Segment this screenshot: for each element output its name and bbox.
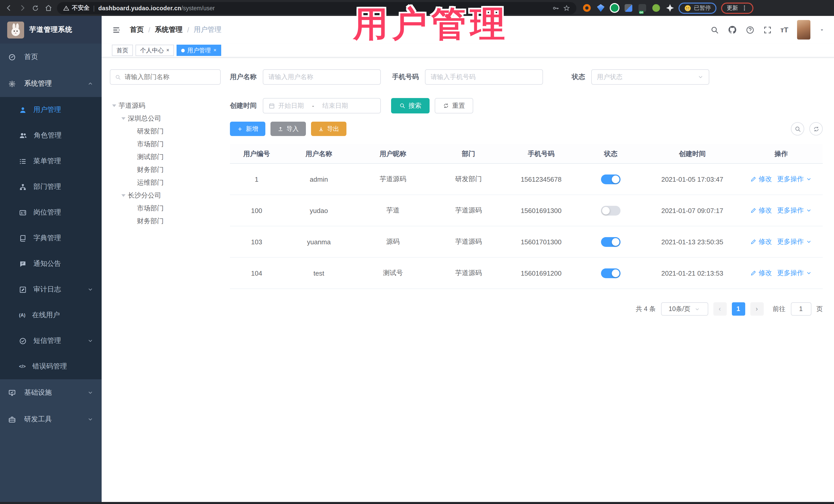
tag-home[interactable]: 首页	[112, 45, 133, 56]
tree-node[interactable]: 运维部门	[110, 176, 221, 189]
search-icon[interactable]	[710, 25, 719, 34]
tree-node[interactable]: 市场部门	[110, 137, 221, 150]
edit-action[interactable]: 修改	[750, 206, 772, 215]
more-label: 更多操作	[777, 237, 804, 246]
add-button[interactable]: 新增	[230, 122, 265, 136]
forward-icon[interactable]	[19, 4, 26, 12]
prev-page-button[interactable]: ‹	[713, 302, 726, 316]
reload-icon[interactable]	[32, 4, 39, 12]
sidebar-item-system[interactable]: 系统管理	[0, 70, 102, 97]
more-actions[interactable]: 更多操作	[777, 268, 812, 278]
close-icon[interactable]: ×	[166, 48, 169, 53]
dept-search-input[interactable]	[125, 73, 216, 81]
sidebar-item-dict-mgmt[interactable]: 字典管理	[0, 225, 102, 251]
url-text[interactable]: dashboard.yudao.iocoder.cn/system/user	[98, 5, 215, 11]
profile-chip[interactable]: 已暂停	[679, 2, 717, 14]
sidebar-item-sms-mgmt[interactable]: 短信管理	[0, 328, 102, 354]
sidebar-item-online-users[interactable]: (A) 在线用户	[0, 302, 102, 328]
more-actions[interactable]: 更多操作	[777, 175, 812, 184]
tree-expand-icon[interactable]	[122, 117, 126, 119]
sidebar-item-role-mgmt[interactable]: 角色管理	[0, 123, 102, 148]
breadcrumb-system[interactable]: 系统管理	[155, 25, 183, 35]
back-icon[interactable]	[5, 4, 13, 12]
logo-area[interactable]: 芋道管理系统	[0, 16, 102, 44]
sidebar-item-infrastructure[interactable]: 基础设施	[0, 379, 102, 406]
sidebar-item-home[interactable]: 首页	[0, 44, 102, 70]
user-avatar[interactable]	[797, 20, 810, 40]
page-1-button[interactable]: 1	[731, 302, 745, 316]
cell-created: 2021-01-05 17:03:47	[645, 175, 740, 183]
home-icon[interactable]	[45, 4, 52, 12]
sidebar-item-menu-mgmt[interactable]: 菜单管理	[0, 148, 102, 174]
tree-expand-icon[interactable]	[122, 194, 126, 197]
mobile-input[interactable]	[431, 73, 537, 81]
edit-action[interactable]: 修改	[750, 175, 772, 184]
page-size-select[interactable]: 10条/页	[661, 302, 708, 316]
toggle-search-button[interactable]	[791, 122, 804, 135]
help-icon[interactable]	[745, 25, 754, 34]
extension-icon[interactable]	[652, 4, 660, 12]
bookmark-star-icon[interactable]	[563, 4, 570, 12]
tree-node[interactable]: 财务部门	[110, 163, 221, 176]
status-toggle[interactable]	[601, 205, 620, 215]
tag-user-mgmt[interactable]: 用户管理 ×	[177, 45, 221, 56]
site-security[interactable]: 不安全	[63, 4, 90, 12]
import-button[interactable]: 导入	[270, 122, 306, 136]
cell-mobile: 15601691300	[506, 206, 577, 214]
update-chip[interactable]: 更新 ⋮	[721, 2, 753, 14]
tag-profile[interactable]: 个人中心 ×	[135, 45, 174, 56]
extension-icon[interactable]: on	[638, 4, 646, 12]
sidebar-item-user-mgmt[interactable]: 用户管理	[0, 97, 102, 123]
font-size-icon[interactable]: тT	[781, 26, 788, 34]
sidebar-item-audit-log[interactable]: 审计日志	[0, 277, 102, 302]
status-toggle[interactable]	[601, 237, 620, 247]
browser-menu-icon[interactable]: ⋮	[742, 5, 748, 11]
more-actions[interactable]: 更多操作	[777, 237, 812, 246]
extension-icon[interactable]	[583, 4, 591, 12]
more-actions[interactable]: 更多操作	[777, 206, 812, 215]
extension-icon[interactable]	[597, 4, 605, 12]
sidebar-item-notice[interactable]: 通知公告	[0, 251, 102, 277]
tree-node[interactable]: 研发部门	[110, 125, 221, 137]
breadcrumb-home[interactable]: 首页	[130, 25, 144, 35]
password-key-icon[interactable]	[552, 4, 559, 12]
reset-button[interactable]: 重置	[435, 98, 473, 113]
infrastructure-icon	[8, 389, 16, 396]
tree-expand-icon[interactable]	[112, 104, 116, 107]
search-icon	[115, 74, 121, 80]
extension-icon[interactable]	[611, 4, 618, 12]
username-input[interactable]	[268, 73, 375, 81]
refresh-table-button[interactable]	[809, 122, 823, 135]
status-toggle[interactable]	[601, 174, 620, 184]
status-select[interactable]: 用户状态	[591, 69, 709, 85]
next-page-button[interactable]: ›	[750, 302, 764, 316]
edit-action[interactable]: 修改	[750, 268, 772, 278]
export-button[interactable]: 导出	[311, 122, 347, 136]
tree-node[interactable]: 市场部门	[110, 202, 221, 215]
sidebar-item-post-mgmt[interactable]: 岗位管理	[0, 200, 102, 225]
tree-node-label: 研发部门	[137, 127, 164, 136]
tree-node[interactable]: 财务部门	[110, 215, 221, 227]
tree-node[interactable]: 芋道源码	[110, 99, 221, 112]
status-toggle[interactable]	[601, 268, 620, 278]
tree-node[interactable]: 长沙分公司	[110, 189, 221, 202]
fullscreen-icon[interactable]	[763, 25, 772, 34]
date-range-picker[interactable]: 开始日期 - 结束日期	[263, 98, 381, 113]
github-icon[interactable]	[727, 25, 737, 35]
sidebar-item-error-code[interactable]: </> 错误码管理	[0, 354, 102, 379]
close-icon[interactable]: ×	[214, 48, 217, 53]
filter-mobile: 手机号码	[392, 69, 543, 85]
sidebar-item-dept-mgmt[interactable]: 部门管理	[0, 174, 102, 200]
avatar-caret-icon[interactable]	[819, 27, 825, 32]
edit-action[interactable]: 修改	[750, 237, 772, 246]
chevron-down-icon	[695, 306, 700, 312]
search-button[interactable]: 搜索	[391, 98, 430, 113]
tree-node[interactable]: 深圳总公司	[110, 112, 221, 125]
address-bar[interactable]: 不安全 | dashboard.yudao.iocoder.cn/system/…	[57, 2, 576, 14]
goto-page-input[interactable]	[791, 302, 811, 316]
sidebar-collapse-icon[interactable]	[112, 25, 120, 34]
extension-icon[interactable]	[624, 4, 632, 12]
extension-puzzle-icon[interactable]	[666, 4, 674, 12]
sidebar-item-dev-tools[interactable]: 研发工具	[0, 406, 102, 433]
tree-node[interactable]: 测试部门	[110, 150, 221, 163]
